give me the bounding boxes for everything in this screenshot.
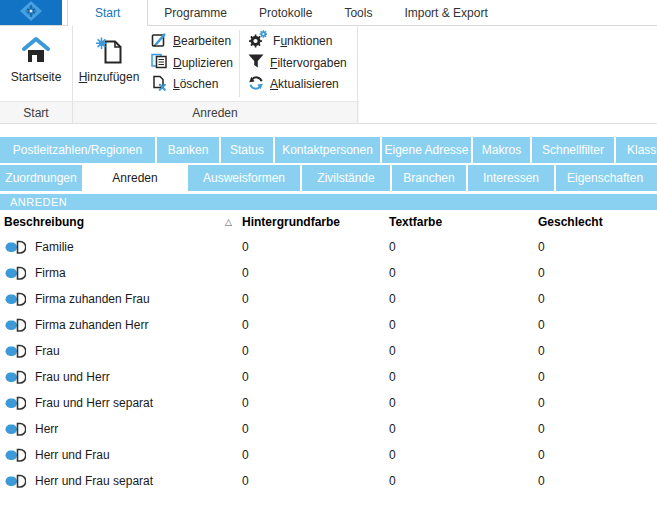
hinzufuegen-button[interactable]: Hinzufügen (73, 26, 145, 101)
cell-geschlecht: 0 (534, 240, 657, 254)
table-row[interactable]: Herr und Frau 0 0 0 (0, 442, 657, 468)
ribbon-separator (239, 30, 240, 97)
cell-textfarbe: 0 (385, 266, 534, 280)
cell-hintergrundfarbe: 0 (238, 240, 385, 254)
loeschen-button[interactable]: Löschen (151, 75, 233, 93)
section-title: ANREDEN (10, 196, 67, 208)
ribbon-group-label-strip: Start Anreden (0, 101, 657, 124)
menu-tab-start[interactable]: Start (67, 0, 148, 26)
row-label: Familie (35, 240, 74, 254)
speech-bubble-icon (5, 266, 26, 280)
cell-hintergrundfarbe: 0 (238, 318, 385, 332)
category-tabs-row2: Zuordnungen Anreden Ausweisformen Zivils… (0, 165, 657, 191)
column-header-hintergrundfarbe[interactable]: Hintergrundfarbe (238, 215, 385, 229)
aktualisieren-label: Aktualisieren (270, 77, 339, 91)
cell-geschlecht: 0 (534, 266, 657, 280)
cell-textfarbe: 0 (385, 396, 534, 410)
tab-eigene-adresse[interactable]: Eigene Adresse (382, 137, 471, 163)
tab-interessen[interactable]: Interessen (468, 165, 554, 191)
cell-geschlecht: 0 (534, 370, 657, 384)
column-header-beschreibung[interactable]: Beschreibung △ (0, 215, 238, 229)
tab-zuordnungen[interactable]: Zuordnungen (0, 165, 82, 191)
tab-zivilstaende[interactable]: Zivilstände (302, 165, 390, 191)
edit-icon (151, 32, 167, 51)
aktualisieren-button[interactable]: Aktualisieren (248, 75, 347, 93)
tab-makros[interactable]: Makros (473, 137, 530, 163)
tab-schnellfilter[interactable]: Schnellfilter (532, 137, 614, 163)
table-row[interactable]: Frau 0 0 0 (0, 338, 657, 364)
table-row[interactable]: Familie 0 0 0 (0, 234, 657, 260)
cell-geschlecht: 0 (534, 422, 657, 436)
menu-tab-programme[interactable]: Programme (148, 0, 243, 25)
tab-postleitzahlen-regionen[interactable]: Postleitzahlen/Regionen (0, 137, 155, 163)
tab-status[interactable]: Status (221, 137, 273, 163)
diamond-logo-icon (19, 0, 43, 25)
table-row[interactable]: Firma zuhanden Frau 0 0 0 (0, 286, 657, 312)
app-button[interactable] (0, 0, 62, 25)
row-label: Herr (35, 422, 58, 436)
tab-kontaktpersonen[interactable]: Kontaktpersonen (275, 137, 380, 163)
table-row[interactable]: Firma 0 0 0 (0, 260, 657, 286)
filtervorgaben-label: Filtervorgaben (270, 56, 347, 70)
table-row[interactable]: Herr und Frau separat 0 0 0 (0, 468, 657, 494)
application-window: Start Programme Protokolle Tools Import … (0, 0, 657, 505)
table-row[interactable]: Frau und Herr 0 0 0 (0, 364, 657, 390)
column-header-textfarbe[interactable]: Textfarbe (385, 215, 534, 229)
row-label: Frau und Herr separat (35, 396, 153, 410)
cell-geschlecht: 0 (534, 344, 657, 358)
funktionen-button[interactable]: Funktionen (248, 32, 347, 50)
row-label: Herr und Frau (35, 448, 110, 462)
speech-bubble-icon (5, 422, 26, 436)
tab-ausweisformen[interactable]: Ausweisformen (188, 165, 300, 191)
table-body: Familie 0 0 0 Firma 0 0 0 Firma zuhanden… (0, 234, 657, 494)
tab-branchen[interactable]: Branchen (392, 165, 466, 191)
cell-textfarbe: 0 (385, 422, 534, 436)
bearbeiten-button[interactable]: Bearbeiten (151, 32, 233, 50)
ribbon: Startseite Hinzufügen (0, 26, 657, 101)
cell-textfarbe: 0 (385, 292, 534, 306)
row-label: Firma zuhanden Herr (35, 318, 148, 332)
table-row[interactable]: Herr 0 0 0 (0, 416, 657, 442)
table-row[interactable]: Frau und Herr separat 0 0 0 (0, 390, 657, 416)
menu-tab-import-export[interactable]: Import & Export (388, 0, 503, 25)
tab-klassifizierung[interactable]: Klassi (616, 137, 657, 163)
cell-geschlecht: 0 (534, 474, 657, 488)
cell-geschlecht: 0 (534, 292, 657, 306)
table-header: Beschreibung △ Hintergrundfarbe Textfarb… (0, 210, 657, 234)
tab-banken[interactable]: Banken (157, 137, 219, 163)
row-label: Firma zuhanden Frau (35, 292, 150, 306)
cell-textfarbe: 0 (385, 448, 534, 462)
category-tabs-row1: Postleitzahlen/Regionen Banken Status Ko… (0, 137, 657, 163)
filtervorgaben-button[interactable]: Filtervorgaben (248, 54, 347, 72)
delete-document-icon (151, 75, 167, 94)
table-row[interactable]: Firma zuhanden Herr 0 0 0 (0, 312, 657, 338)
cell-geschlecht: 0 (534, 448, 657, 462)
menu-tab-tools[interactable]: Tools (328, 0, 388, 25)
column-header-geschlecht[interactable]: Geschlecht (534, 215, 657, 229)
cell-hintergrundfarbe: 0 (238, 370, 385, 384)
row-label: Firma (35, 266, 66, 280)
ribbon-column-edit: Bearbeiten Duplizieren (145, 26, 237, 101)
speech-bubble-icon (5, 344, 26, 358)
duplizieren-button[interactable]: Duplizieren (151, 54, 233, 72)
group-label-anreden: Anreden (73, 102, 358, 123)
speech-bubble-icon (5, 292, 26, 306)
copy-icon (151, 53, 167, 72)
cell-textfarbe: 0 (385, 344, 534, 358)
tab-anreden[interactable]: Anreden (84, 165, 186, 191)
menu-tab-protokolle[interactable]: Protokolle (243, 0, 328, 25)
speech-bubble-icon (5, 370, 26, 384)
cell-hintergrundfarbe: 0 (238, 474, 385, 488)
row-label: Herr und Frau separat (35, 474, 153, 488)
cell-hintergrundfarbe: 0 (238, 396, 385, 410)
ribbon-column-actions: Funktionen Filtervorgaben (242, 26, 351, 101)
speech-bubble-icon (5, 448, 26, 462)
row-label: Frau und Herr (35, 370, 110, 384)
filter-funnel-icon (248, 54, 264, 71)
tab-eigenschaften[interactable]: Eigenschaften (556, 165, 657, 191)
cell-textfarbe: 0 (385, 474, 534, 488)
cell-geschlecht: 0 (534, 396, 657, 410)
startseite-button[interactable]: Startseite (0, 26, 72, 101)
cell-hintergrundfarbe: 0 (238, 448, 385, 462)
cell-textfarbe: 0 (385, 318, 534, 332)
